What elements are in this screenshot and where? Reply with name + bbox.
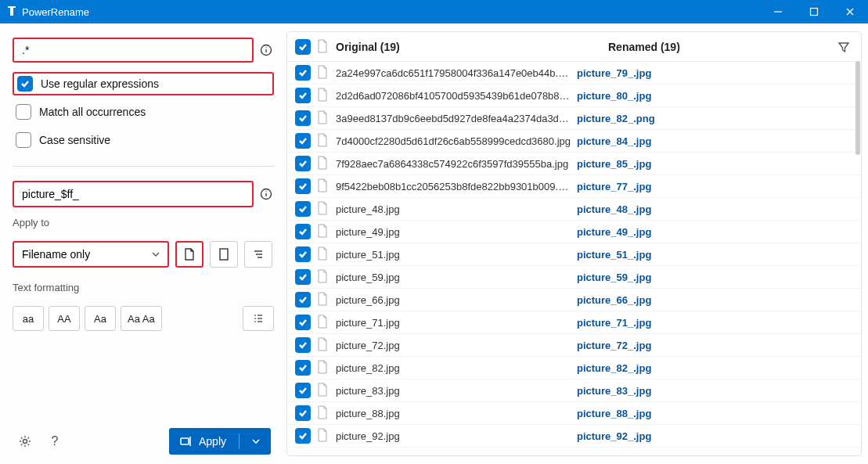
regex-label: Use regular expressions	[41, 77, 159, 90]
select-all-checkbox[interactable]	[295, 39, 311, 55]
include-files-button[interactable]	[175, 241, 203, 268]
maximize-button[interactable]	[796, 0, 832, 23]
renamed-name: picture_80_.jpg	[577, 90, 853, 102]
close-button[interactable]	[832, 0, 868, 23]
file-icon	[317, 88, 330, 103]
file-icon	[317, 156, 330, 171]
file-icon	[317, 178, 330, 194]
table-row[interactable]: picture_48.jpgpicture_48_.jpg	[287, 198, 861, 221]
matchall-option-row[interactable]: Match all occurrences	[13, 100, 274, 124]
renamed-name: picture_82_.jpg	[577, 362, 853, 374]
casesensitive-checkbox[interactable]	[16, 132, 31, 148]
renamed-name: picture_83_.jpg	[577, 385, 853, 397]
table-row[interactable]: picture_92.jpgpicture_92_.jpg	[287, 425, 861, 448]
table-row[interactable]: 3a9eed8137db9c6eebd5d927de8fea4a2374da3d…	[287, 107, 861, 130]
svg-rect-23	[181, 438, 189, 444]
table-row[interactable]: 2a24e997ca6dc651f17958004f336a147e0eb44b…	[287, 62, 861, 85]
table-row[interactable]: picture_51.jpgpicture_51_.jpg	[287, 243, 861, 266]
rename-icon	[180, 436, 193, 447]
row-checkbox[interactable]	[295, 360, 311, 376]
svg-point-22	[23, 440, 27, 444]
replace-input[interactable]	[13, 181, 254, 207]
row-checkbox[interactable]	[295, 428, 311, 444]
apply-to-select[interactable]: Filename only	[13, 241, 169, 268]
original-name: 3a9eed8137db9c6eebd5d927de8fea4a2374da3d…	[336, 113, 571, 124]
apply-dropdown[interactable]	[246, 435, 266, 448]
file-icon	[317, 133, 330, 149]
capitalizewords-button[interactable]: Aa Aa	[121, 306, 162, 331]
row-checkbox[interactable]	[295, 383, 311, 398]
matchall-checkbox[interactable]	[16, 104, 31, 120]
chevron-down-icon	[152, 250, 160, 258]
table-row[interactable]: picture_88.jpgpicture_88_.jpg	[287, 402, 861, 425]
titlebar: PowerRename	[0, 0, 868, 23]
file-icon	[317, 39, 330, 55]
row-checkbox[interactable]	[295, 201, 311, 217]
regex-option-row[interactable]: Use regular expressions	[13, 72, 274, 95]
table-row[interactable]: picture_82.jpgpicture_82_.jpg	[287, 357, 861, 379]
original-name: picture_66.jpg	[336, 294, 571, 306]
row-checkbox[interactable]	[295, 405, 311, 421]
file-icon	[317, 315, 330, 330]
lowercase-button[interactable]: aa	[13, 306, 44, 331]
row-checkbox[interactable]	[295, 65, 311, 81]
row-checkbox[interactable]	[295, 246, 311, 262]
original-name: picture_82.jpg	[336, 362, 571, 374]
table-row[interactable]: picture_72.jpgpicture_72_.jpg	[287, 334, 861, 357]
divider	[13, 166, 274, 167]
row-checkbox[interactable]	[295, 269, 311, 285]
row-checkbox[interactable]	[295, 178, 311, 194]
renamed-name: picture_82_.png	[577, 113, 853, 124]
renamed-name: picture_84_.jpg	[577, 135, 853, 147]
table-row[interactable]: 7f928aec7a6864338c574922c6f3597fd39555ba…	[287, 153, 861, 175]
file-icon	[317, 224, 330, 239]
info-icon[interactable]	[258, 186, 274, 202]
casesensitive-option-row[interactable]: Case sensitive	[13, 128, 274, 152]
search-input[interactable]	[13, 38, 254, 63]
row-checkbox[interactable]	[295, 88, 311, 103]
table-row[interactable]: 9f5422beb08b1cc2056253b8fde822bb9301b009…	[287, 175, 861, 198]
file-icon	[317, 201, 330, 217]
enumerate-button[interactable]	[243, 306, 274, 331]
titlecase-button[interactable]: Aa	[85, 306, 116, 331]
original-header: Original (19)	[336, 41, 400, 53]
row-checkbox[interactable]	[295, 156, 311, 171]
table-row[interactable]: picture_49.jpgpicture_49_.jpg	[287, 221, 861, 243]
renamed-name: picture_72_.jpg	[577, 340, 853, 351]
minimize-button[interactable]	[760, 0, 796, 23]
row-checkbox[interactable]	[295, 110, 311, 126]
original-name: 9f5422beb08b1cc2056253b8fde822bb9301b009…	[336, 181, 571, 192]
original-name: 2a24e997ca6dc651f17958004f336a147e0eb44b…	[336, 67, 571, 79]
renamed-name: picture_92_.jpg	[577, 430, 853, 442]
info-icon[interactable]	[258, 42, 274, 58]
filter-icon[interactable]	[834, 38, 853, 56]
file-icon	[317, 428, 330, 444]
svg-point-11	[265, 191, 266, 192]
row-checkbox[interactable]	[295, 337, 311, 353]
help-icon[interactable]: ?	[45, 432, 64, 451]
table-row[interactable]: picture_83.jpgpicture_83_.jpg	[287, 379, 861, 402]
row-checkbox[interactable]	[295, 133, 311, 149]
file-icon	[317, 360, 330, 376]
apply-button[interactable]: Apply	[169, 428, 271, 455]
table-row[interactable]: picture_66.jpgpicture_66_.jpg	[287, 289, 861, 311]
svg-rect-1	[8, 6, 16, 8]
scrollbar-thumb[interactable]	[855, 61, 860, 155]
row-checkbox[interactable]	[295, 224, 311, 239]
include-subfolders-button[interactable]	[244, 241, 272, 268]
original-name: 7f928aec7a6864338c574922c6f3597fd39555ba…	[336, 158, 571, 170]
regex-checkbox[interactable]	[17, 76, 33, 92]
row-checkbox[interactable]	[295, 315, 311, 330]
apply-to-label: Apply to	[13, 217, 274, 228]
svg-marker-25	[839, 43, 848, 52]
table-row[interactable]: 7d4000cf2280d5d61df26c6ab558999cedcd3680…	[287, 130, 861, 153]
renamed-name: picture_59_.jpg	[577, 272, 853, 283]
original-name: picture_88.jpg	[336, 408, 571, 419]
uppercase-button[interactable]: AA	[49, 306, 80, 331]
table-row[interactable]: picture_71.jpgpicture_71_.jpg	[287, 311, 861, 334]
table-row[interactable]: 2d2d6ad072086bf4105700d5935439b61de078b8…	[287, 85, 861, 107]
gear-icon[interactable]	[16, 432, 34, 451]
row-checkbox[interactable]	[295, 292, 311, 308]
include-folders-button[interactable]	[210, 241, 238, 268]
table-row[interactable]: picture_59.jpgpicture_59_.jpg	[287, 266, 861, 289]
